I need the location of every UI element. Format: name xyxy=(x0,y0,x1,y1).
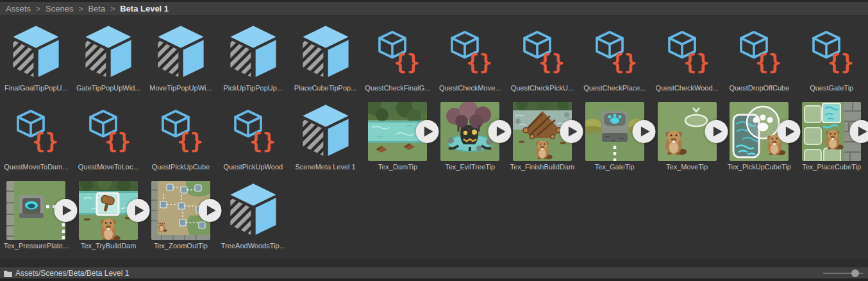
play-button-icon[interactable] xyxy=(488,120,512,144)
asset-label: PlaceCubeTipPop... xyxy=(294,84,356,92)
asset-label: Tex_PressurePlate... xyxy=(4,242,69,250)
asset-label: Tex_FinishBuildDam xyxy=(510,163,574,171)
asset-item-questcheckmove[interactable]: {} QuestCheckMove... xyxy=(434,19,506,98)
asset-item-movetippopupwi[interactable]: MoveTipPopUpWi... xyxy=(145,19,217,98)
asset-item-questpickupcube[interactable]: {} QuestPickUpCube xyxy=(145,98,217,177)
asset-item-tex-pressureplate[interactable]: Tex_PressurePlate... xyxy=(0,177,72,256)
prefab-cube-icon xyxy=(155,25,206,80)
asset-item-questmovetoloc[interactable]: {} QuestMoveToLoc... xyxy=(72,98,145,177)
asset-label: GateTipPopUpWid... xyxy=(76,84,140,92)
asset-label: Tex_GateTip xyxy=(595,163,635,171)
window-bottom-edge xyxy=(0,278,868,281)
chevron-right-icon: > xyxy=(36,4,40,13)
asset-grid: FinalGoalTipPopU... GateTipPopUpWid... M… xyxy=(0,16,868,256)
braces-glyph: {} xyxy=(683,49,710,75)
asset-item-questcheckplace[interactable]: {} QuestCheckPlace... xyxy=(578,19,651,98)
play-button-icon[interactable] xyxy=(632,120,656,144)
asset-label: MoveTipPopUpWi... xyxy=(149,84,212,92)
prefab-cube-icon xyxy=(300,104,351,159)
asset-label: QuestPickUpCube xyxy=(152,163,210,171)
asset-item-questdropoffcube[interactable]: {} QuestDropOffCube xyxy=(723,19,796,98)
asset-item-questcheckpicku[interactable]: {} QuestCheckPickU... xyxy=(506,19,579,98)
asset-label: QuestCheckPickU... xyxy=(511,84,574,92)
folder-icon xyxy=(4,270,12,277)
asset-label: QuestPickUpWood xyxy=(223,163,283,171)
braces-glyph: {} xyxy=(611,49,637,75)
asset-label: Tex_ZoomOutTip xyxy=(154,242,208,250)
asset-label: QuestCheckWood... xyxy=(655,84,718,92)
scriptable-object-icon: {} xyxy=(160,109,201,154)
breadcrumb-assets[interactable]: Assets xyxy=(6,4,31,13)
braces-glyph: {} xyxy=(755,49,781,75)
play-button-icon[interactable] xyxy=(126,199,150,223)
asset-label: TreeAndWoodsTip... xyxy=(221,242,285,250)
asset-item-questcheckwood[interactable]: {} QuestCheckWood... xyxy=(651,19,723,98)
asset-item-placecubetippop[interactable]: PlaceCubeTipPop... xyxy=(289,19,362,98)
play-button-icon[interactable] xyxy=(560,120,583,144)
asset-grid-row: Tex_PressurePlate... Tex_TryBuildDam xyxy=(0,177,868,256)
asset-item-gatetippopupwid[interactable]: GateTipPopUpWid... xyxy=(72,19,145,98)
asset-label: Tex_PickUpCubeTip xyxy=(728,163,791,171)
chevron-right-icon: > xyxy=(78,4,83,13)
asset-label: Tex_TryBuildDam xyxy=(81,242,136,250)
braces-glyph: {} xyxy=(32,128,58,154)
chevron-right-icon: > xyxy=(110,4,115,13)
asset-item-questpickupwood[interactable]: {} QuestPickUpWood xyxy=(217,98,289,177)
play-button-icon[interactable] xyxy=(849,120,868,144)
scriptable-object-icon: {} xyxy=(667,30,708,75)
asset-grid-row: {} QuestMoveToDam... {} QuestMoveToLoc..… xyxy=(0,98,868,177)
play-button-icon[interactable] xyxy=(54,199,78,223)
play-button-icon[interactable] xyxy=(705,120,728,144)
asset-label: Tex_EvilTreeTip xyxy=(445,163,495,171)
asset-item-tex-trybuilddam[interactable]: Tex_TryBuildDam xyxy=(72,177,145,256)
asset-item-tex-zoomouttip[interactable]: Tex_ZoomOutTip xyxy=(145,177,217,256)
play-button-icon[interactable] xyxy=(777,120,801,144)
asset-item-finalgoaltippopu[interactable]: FinalGoalTipPopU... xyxy=(0,19,72,98)
asset-item-scenemeta-level-1[interactable]: SceneMeta Level 1 xyxy=(289,98,362,177)
scriptable-object-icon: {} xyxy=(233,109,274,154)
asset-label: SceneMeta Level 1 xyxy=(296,163,356,171)
breadcrumb-current-folder[interactable]: Beta Level 1 xyxy=(120,4,169,13)
asset-item-tex-placecubetip[interactable]: Tex_PlaceCubeTip xyxy=(796,98,868,177)
play-button-icon[interactable] xyxy=(198,199,222,223)
asset-item-tex-eviltreetip[interactable]: Tex_EvilTreeTip xyxy=(434,98,506,177)
asset-item-questgatetip[interactable]: {} QuestGateTip xyxy=(796,19,868,98)
breadcrumb-beta[interactable]: Beta xyxy=(88,4,105,13)
zoom-slider-knob[interactable] xyxy=(851,269,859,277)
braces-glyph: {} xyxy=(466,49,492,75)
prefab-cube-icon xyxy=(300,25,351,80)
asset-item-questcheckfinalg[interactable]: {} QuestCheckFinalG... xyxy=(362,19,434,98)
braces-glyph: {} xyxy=(538,49,565,75)
breadcrumb: Assets > Scenes > Beta > Beta Level 1 xyxy=(0,2,868,16)
asset-item-tex-damtip[interactable]: Tex_DamTip xyxy=(362,98,434,177)
selected-asset-path: Assets/Scenes/Beta/Beta Level 1 xyxy=(15,269,129,278)
asset-label: QuestMoveToLoc... xyxy=(78,163,139,171)
scriptable-object-icon: {} xyxy=(811,30,852,75)
play-button-icon[interactable] xyxy=(415,120,439,144)
asset-item-questmovetodam[interactable]: {} QuestMoveToDam... xyxy=(0,98,72,177)
zoom-slider[interactable] xyxy=(823,269,863,277)
breadcrumb-scenes[interactable]: Scenes xyxy=(46,4,73,13)
asset-item-pickuptippopup[interactable]: PickUpTipPopUp... xyxy=(217,19,289,98)
scriptable-object-icon: {} xyxy=(88,109,129,154)
asset-item-tex-pickupcubetip[interactable]: Tex_PickUpCubeTip xyxy=(723,98,796,177)
status-bar: Assets/Scenes/Beta/Beta Level 1 xyxy=(0,268,868,278)
asset-item-tex-gatetip[interactable]: Tex_GateTip xyxy=(578,98,651,177)
scriptable-object-icon: {} xyxy=(594,30,635,75)
asset-label: QuestDropOffCube xyxy=(729,84,789,92)
asset-label: QuestCheckFinalG... xyxy=(365,84,430,92)
scriptable-object-icon: {} xyxy=(15,109,56,154)
braces-glyph: {} xyxy=(104,128,131,154)
braces-glyph: {} xyxy=(177,128,203,154)
scriptable-object-icon: {} xyxy=(377,30,418,75)
asset-label: Tex_PlaceCubeTip xyxy=(802,163,861,171)
asset-label: QuestGateTip xyxy=(810,84,853,92)
asset-item-tex-movetip[interactable]: Tex_MoveTip xyxy=(651,98,723,177)
asset-item-treeandwoodstip[interactable]: TreeAndWoodsTip... xyxy=(217,177,289,256)
scriptable-object-icon: {} xyxy=(739,30,780,75)
braces-glyph: {} xyxy=(394,49,420,75)
asset-label: QuestCheckPlace... xyxy=(583,84,646,92)
asset-label: QuestCheckMove... xyxy=(439,84,501,92)
asset-item-tex-finishbuilddam[interactable]: Tex_FinishBuildDam xyxy=(506,98,579,177)
scriptable-object-icon: {} xyxy=(449,30,490,75)
